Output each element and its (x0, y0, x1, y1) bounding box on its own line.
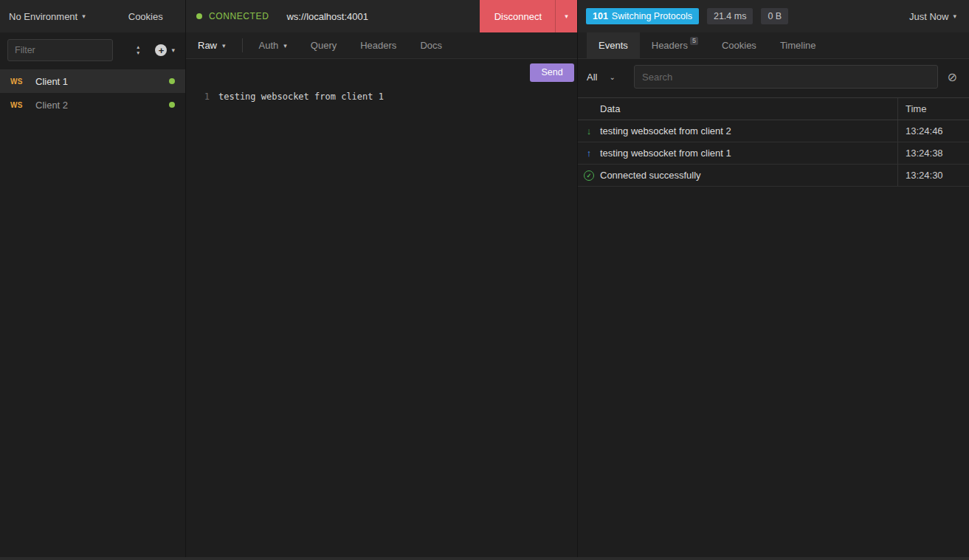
chevron-down-icon: ▾ (222, 42, 226, 49)
sidebar-item-client-1[interactable]: WS Client 1 (0, 69, 185, 93)
tab-label: Timeline (780, 40, 816, 51)
sort-button[interactable]: ▲ ▼ (131, 42, 145, 58)
connection-status-icon (196, 13, 202, 19)
connection-status-label: CONNECTED (209, 11, 269, 21)
status-code: 101 (593, 11, 608, 21)
disconnect-button[interactable]: Disconnect ▾ (480, 0, 577, 32)
events-filter-row: All ⌄ ⊘ (578, 59, 969, 96)
add-request-button[interactable]: + ▾ (155, 44, 175, 56)
app-window: No Environment ▾ Cookies ▲ ▼ + ▾ WS Clie… (0, 0, 969, 557)
line-number: 1 (186, 90, 218, 557)
event-time: 13:24:30 (897, 165, 969, 186)
response-tabbar: Events Headers 5 Cookies Timeline (578, 32, 969, 59)
clear-events-icon[interactable]: ⊘ (948, 70, 957, 84)
table-header-row: Data Time (578, 98, 969, 120)
history-label: Just Now (909, 11, 948, 22)
event-data: Connected successfully (600, 165, 897, 186)
response-panel: 101Switching Protocols 21.4 ms 0 B Just … (578, 0, 969, 557)
event-data: testing websocket from client 1 (600, 142, 897, 164)
bottom-strip (0, 557, 969, 560)
tab-label: Headers (652, 40, 688, 51)
tab-cookies[interactable]: Cookies (710, 32, 768, 58)
size-badge: 0 B (761, 8, 788, 24)
tab-headers[interactable]: Headers (348, 32, 408, 58)
tab-query[interactable]: Query (299, 32, 348, 58)
chevron-down-icon: ⌄ (609, 73, 615, 81)
message-sent-icon: ↑ (587, 148, 592, 159)
status-badge: 101Switching Protocols (586, 8, 699, 24)
chevron-down-icon: ▾ (953, 13, 956, 20)
status-text: Switching Protocols (612, 11, 692, 21)
tab-label: Query (311, 40, 337, 51)
websocket-url-field[interactable]: ws://localhost:4001 (286, 11, 368, 22)
tab-label: Headers (360, 40, 396, 51)
chevron-down-icon: ▾ (171, 46, 175, 54)
editor-content: testing websocket from client 1 (218, 90, 384, 557)
tab-raw[interactable]: Raw ▾ (186, 32, 238, 58)
sidebar-filter-row: ▲ ▼ + ▾ (0, 32, 185, 68)
time-badge: 21.4 ms (707, 8, 753, 24)
tab-docs[interactable]: Docs (408, 32, 454, 58)
events-search-input[interactable] (634, 65, 938, 89)
tab-response-headers[interactable]: Headers 5 (640, 32, 710, 58)
event-type-value: All (587, 72, 597, 83)
request-name: Client 1 (35, 76, 68, 87)
cookies-link[interactable]: Cookies (128, 11, 163, 22)
environment-dropdown[interactable]: No Environment ▾ (9, 11, 86, 22)
tab-label: Auth (259, 40, 279, 51)
tab-divider (242, 38, 243, 52)
history-dropdown[interactable]: Just Now ▾ (909, 11, 961, 22)
ws-type-badge: WS (10, 77, 35, 86)
environment-label: No Environment (9, 11, 77, 22)
tab-label: Raw (198, 40, 217, 51)
tab-label: Cookies (722, 40, 756, 51)
icon-column-header (578, 98, 600, 120)
data-column-header: Data (600, 98, 897, 120)
tab-label: Docs (420, 40, 442, 51)
table-row[interactable]: ↑ testing websocket from client 1 13:24:… (578, 142, 969, 165)
sort-up-icon: ▲ (136, 45, 140, 49)
sort-down-icon: ▼ (136, 51, 140, 55)
sidebar-topbar: No Environment ▾ Cookies (0, 0, 185, 32)
time-column-header: Time (897, 98, 969, 120)
tab-timeline[interactable]: Timeline (768, 32, 828, 58)
connected-dot-icon (169, 78, 175, 84)
request-tabbar: Raw ▾ Auth ▾ Query Headers Docs (186, 32, 577, 59)
connected-check-icon: ✓ (584, 170, 594, 181)
tab-label: Events (599, 40, 628, 51)
tab-auth[interactable]: Auth ▾ (247, 32, 299, 58)
event-type-select[interactable]: All ⌄ (587, 72, 634, 83)
chevron-down-icon: ▾ (283, 42, 287, 49)
filter-input[interactable] (7, 39, 113, 61)
request-name: Client 2 (35, 100, 68, 111)
table-row[interactable]: ✓ Connected successfully 13:24:30 (578, 165, 969, 187)
events-table: Data Time ↓ testing websocket from clien… (578, 97, 969, 187)
table-row[interactable]: ↓ testing websocket from client 2 13:24:… (578, 120, 969, 142)
send-row: Send (186, 59, 577, 86)
disconnect-label: Disconnect (480, 0, 555, 32)
tab-events[interactable]: Events (587, 32, 640, 58)
message-received-icon: ↓ (587, 125, 592, 136)
request-list: WS Client 1 WS Client 2 (0, 69, 185, 117)
headers-count-badge: 5 (690, 37, 698, 45)
event-data: testing websocket from client 2 (600, 120, 897, 142)
event-time: 13:24:38 (897, 142, 969, 164)
request-topbar: CONNECTED ws://localhost:4001 Disconnect… (186, 0, 577, 32)
event-time: 13:24:46 (897, 120, 969, 142)
ws-type-badge: WS (10, 101, 35, 109)
sidebar-item-client-2[interactable]: WS Client 2 (0, 93, 185, 117)
send-button[interactable]: Send (530, 63, 574, 82)
sidebar: No Environment ▾ Cookies ▲ ▼ + ▾ WS Clie… (0, 0, 186, 557)
chevron-down-icon: ▾ (565, 13, 568, 20)
response-topbar: 101Switching Protocols 21.4 ms 0 B Just … (578, 0, 969, 32)
chevron-down-icon: ▾ (82, 13, 86, 20)
request-panel: CONNECTED ws://localhost:4001 Disconnect… (186, 0, 578, 557)
message-editor[interactable]: 1 testing websocket from client 1 (186, 86, 577, 557)
plus-circle-icon: + (155, 44, 167, 56)
disconnect-options-button[interactable]: ▾ (555, 0, 577, 32)
connected-dot-icon (169, 102, 175, 108)
